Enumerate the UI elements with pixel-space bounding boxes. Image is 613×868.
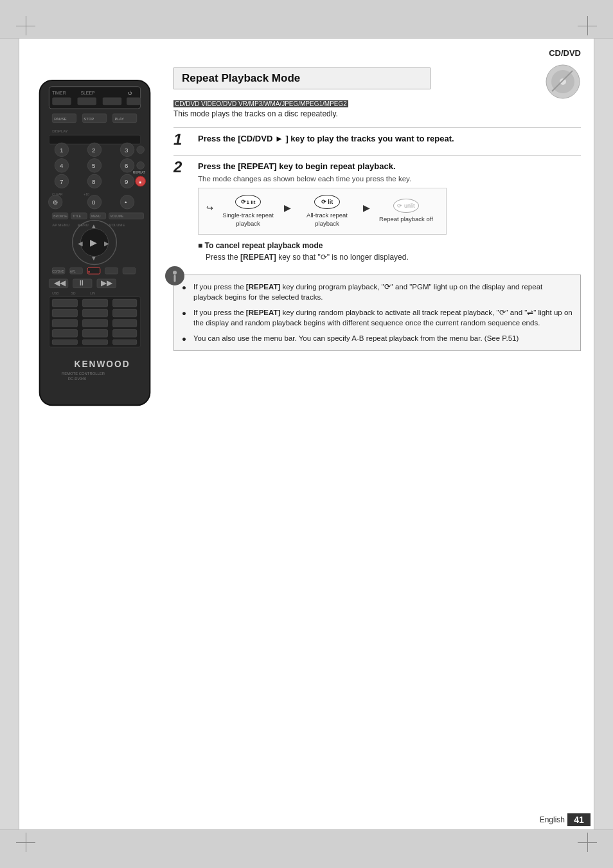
- note-icon: [165, 266, 184, 285]
- mode-2-label: All-track repeat playback: [298, 212, 356, 228]
- svg-text:8: 8: [92, 178, 96, 185]
- section-title: Repeat Playback Mode: [173, 68, 431, 89]
- svg-rect-6: [78, 97, 96, 105]
- step-1-number: 1: [173, 132, 193, 147]
- svg-rect-84: [52, 299, 77, 307]
- svg-rect-95: [112, 329, 136, 337]
- note-bullet-2: ●: [182, 308, 190, 318]
- svg-text:KENWOOD: KENWOOD: [75, 359, 130, 369]
- reg-mark-br: [578, 833, 597, 852]
- svg-text:VOLUME: VOLUME: [109, 223, 125, 227]
- svg-text:9: 9: [125, 178, 128, 185]
- arrow-start-icon: ↪: [206, 203, 213, 213]
- svg-rect-93: [52, 329, 77, 337]
- note-item-3: ● You can also use the menu bar. You can…: [182, 333, 573, 344]
- page-number: 41: [567, 813, 591, 826]
- compat-label: CD/DVD VIDEO/DVD VR/MP3/WMA/JPEG/MPEG1/M…: [173, 100, 581, 107]
- svg-text:REMOTE CONTROLLER: REMOTE CONTROLLER: [62, 372, 105, 375]
- bottom-bar: [0, 829, 613, 868]
- svg-text:+10: +10: [84, 193, 89, 196]
- left-margin: [0, 39, 19, 829]
- svg-text:▲: ▲: [91, 222, 97, 230]
- svg-rect-85: [82, 299, 107, 307]
- mode-1-label: Single-track repeat playback: [219, 212, 277, 228]
- svg-text:6: 6: [125, 162, 129, 169]
- page-number-area: English 41: [540, 813, 591, 826]
- svg-rect-92: [112, 320, 136, 327]
- arrow-2-icon: ▶: [363, 203, 370, 213]
- cancel-title: To cancel repeat playback mode: [198, 241, 447, 250]
- mode-3-label: Repeat playback off: [379, 215, 433, 223]
- svg-text:0: 0: [92, 199, 96, 206]
- svg-point-107: [173, 271, 177, 275]
- svg-text:PLAY: PLAY: [114, 117, 124, 121]
- svg-text:TITLE: TITLE: [73, 215, 82, 218]
- svg-text:REPEAT: REPEAT: [133, 171, 145, 174]
- svg-rect-88: [82, 309, 107, 317]
- svg-text:VOLUME: VOLUME: [111, 215, 124, 218]
- svg-point-30: [137, 161, 145, 169]
- reg-mark-bl: [16, 833, 35, 852]
- notes-section: ● If you press the [REPEAT] key during p…: [173, 275, 581, 351]
- svg-text:BROWSE: BROWSE: [53, 215, 67, 218]
- svg-text:LIN: LIN: [90, 292, 95, 295]
- content-area: Repeat Playback Mode CD/DVD VIDEO/DVD VR…: [173, 68, 581, 351]
- svg-rect-86: [112, 299, 136, 307]
- step-2-text: Press the [REPEAT] key to begin repeat p…: [198, 161, 447, 172]
- svg-text:RC-DV340: RC-DV340: [68, 377, 87, 381]
- right-margin: [594, 39, 613, 829]
- svg-rect-89: [112, 309, 136, 317]
- svg-rect-87: [52, 309, 77, 317]
- svg-text:•: •: [125, 199, 127, 206]
- svg-rect-91: [82, 320, 107, 327]
- top-bar: [0, 0, 613, 39]
- svg-text:1: 1: [60, 147, 63, 154]
- svg-text:MENU: MENU: [91, 215, 101, 218]
- svg-rect-72: [105, 267, 118, 274]
- svg-text:CD/DVD: CD/DVD: [52, 270, 64, 273]
- svg-rect-73: [123, 267, 136, 274]
- svg-text:◀: ◀: [78, 240, 83, 247]
- svg-text:⏸: ⏸: [78, 278, 86, 287]
- svg-text:AV1: AV1: [70, 270, 76, 273]
- mode-icon-row-3: ⟳ unlit: [393, 199, 419, 213]
- svg-point-104: [560, 78, 566, 85]
- mode-item-3: ⟳ unlit Repeat playback off: [374, 199, 438, 223]
- svg-text:▶▶: ▶▶: [101, 278, 113, 287]
- svg-text:⊚: ⊚: [53, 199, 58, 206]
- svg-text:PAUSE: PAUSE: [54, 117, 67, 121]
- mode-icon-row-2: ⟳ lit: [314, 195, 340, 209]
- svg-text:SD: SD: [71, 292, 76, 295]
- note-item-2: ● If you press the [REPEAT] key during r…: [182, 307, 573, 328]
- note-item-1: ● If you press the [REPEAT] key during p…: [182, 282, 573, 302]
- svg-text:▼: ▼: [91, 255, 97, 262]
- step-1: 1 Press the [CD/DVD ► ] key to play the …: [173, 127, 581, 147]
- compat-section: CD/DVD VIDEO/DVD VR/MP3/WMA/JPEG/MPEG1/M…: [173, 100, 581, 118]
- svg-text:■: ■: [88, 270, 90, 273]
- reg-mark-tl: [16, 16, 35, 35]
- svg-rect-8: [127, 97, 141, 105]
- svg-point-46: [120, 195, 134, 209]
- svg-text:USB: USB: [52, 292, 58, 295]
- mode-item-1: ⟳ 1 lit Single-track repeat playback: [216, 195, 280, 228]
- svg-text:SLEEP: SLEEP: [80, 91, 95, 95]
- mode-icon-2-lit: ⟳ lit: [314, 195, 340, 209]
- cancel-section: To cancel repeat playback mode Press the…: [198, 241, 447, 262]
- compat-text: CD/DVD VIDEO/DVD VR/MP3/WMA/JPEG/MPEG1/M…: [173, 100, 348, 107]
- mode-icon-row-1: ⟳ 1 lit: [235, 195, 261, 209]
- svg-text:MENU: MENU: [78, 223, 89, 227]
- note-text-2: If you press the [REPEAT] key during ran…: [193, 307, 573, 328]
- svg-rect-7: [103, 97, 121, 105]
- mode-icon-1-lit: ⟳ 1 lit: [235, 195, 261, 209]
- svg-text:2: 2: [92, 147, 95, 154]
- mode-item-2: ⟳ lit All-track repeat playback: [295, 195, 359, 228]
- svg-text:▶: ▶: [90, 238, 97, 248]
- svg-rect-5: [52, 97, 71, 105]
- svg-text:◀◀: ◀◀: [54, 278, 66, 287]
- svg-text:⏻: ⏻: [128, 91, 132, 95]
- svg-rect-96: [52, 339, 77, 345]
- step-1-text: Press the [CD/DVD ► ] key to play the tr…: [198, 133, 454, 145]
- svg-rect-90: [52, 320, 77, 327]
- svg-text:AP MENU: AP MENU: [52, 223, 69, 227]
- svg-text:DISPLAY: DISPLAY: [52, 129, 67, 133]
